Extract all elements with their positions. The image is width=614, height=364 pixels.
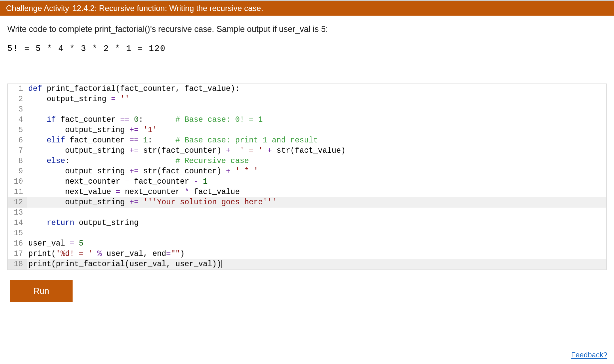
code-content[interactable]: output_string += '1': [27, 125, 606, 135]
code-line[interactable]: 16user_val = 5: [8, 239, 606, 249]
line-number: 3: [8, 104, 27, 115]
code-line[interactable]: 10 next_counter = fact_counter - 1: [8, 177, 606, 187]
line-number: 2: [8, 94, 27, 104]
code-content[interactable]: user_val = 5: [27, 239, 606, 249]
challenge-header: Challenge Activity 12.4.2: Recursive fun…: [0, 0, 614, 16]
line-number: 12: [8, 197, 27, 208]
code-content[interactable]: print('%d! = ' % user_val, end=""): [27, 249, 606, 259]
line-number: 14: [8, 218, 27, 228]
line-number: 17: [8, 249, 27, 259]
line-number: 5: [8, 125, 27, 135]
line-number: 16: [8, 239, 27, 249]
code-line[interactable]: 1def print_factorial(fact_counter, fact_…: [8, 84, 606, 94]
code-content[interactable]: [27, 208, 606, 218]
code-content[interactable]: return output_string: [27, 218, 606, 228]
code-content[interactable]: def print_factorial(fact_counter, fact_v…: [27, 84, 606, 94]
code-line[interactable]: 15: [8, 228, 606, 239]
line-number: 4: [8, 115, 27, 125]
code-editor[interactable]: 1def print_factorial(fact_counter, fact_…: [7, 84, 607, 270]
line-number: 6: [8, 135, 27, 146]
run-button[interactable]: Run: [10, 280, 73, 302]
challenge-number: 12.4.2:: [72, 4, 97, 13]
code-content[interactable]: if fact_counter == 0: # Base case: 0! = …: [27, 115, 606, 125]
code-content[interactable]: next_value = next_counter * fact_value: [27, 187, 606, 197]
code-line[interactable]: 13: [8, 208, 606, 218]
code-line[interactable]: 14 return output_string: [8, 218, 606, 228]
code-content[interactable]: next_counter = fact_counter - 1: [27, 177, 606, 187]
code-content[interactable]: output_string += '''Your solution goes h…: [27, 197, 606, 208]
challenge-badge: Challenge Activity: [6, 4, 69, 13]
code-line[interactable]: 4 if fact_counter == 0: # Base case: 0! …: [8, 115, 606, 125]
line-number: 1: [8, 84, 27, 94]
code-content[interactable]: print(print_factorial(user_val, user_val…: [27, 259, 606, 270]
code-content[interactable]: [27, 104, 606, 115]
code-content[interactable]: else: # Recursive case: [27, 156, 606, 166]
code-line[interactable]: 2 output_string = '': [8, 94, 606, 104]
line-number: 8: [8, 156, 27, 166]
line-number: 15: [8, 228, 27, 239]
line-number: 11: [8, 187, 27, 197]
code-line[interactable]: 8 else: # Recursive case: [8, 156, 606, 166]
code-content[interactable]: output_string += str(fact_counter) + ' *…: [27, 166, 606, 177]
code-line[interactable]: 9 output_string += str(fact_counter) + '…: [8, 166, 606, 177]
text-cursor: [221, 260, 222, 268]
challenge-title: Recursive function: Writing the recursiv…: [99, 4, 263, 13]
code-line[interactable]: 12 output_string += '''Your solution goe…: [8, 197, 606, 208]
code-content[interactable]: output_string = '': [27, 94, 606, 104]
code-line[interactable]: 11 next_value = next_counter * fact_valu…: [8, 187, 606, 197]
code-line[interactable]: 18print(print_factorial(user_val, user_v…: [8, 259, 606, 270]
code-line[interactable]: 7 output_string += str(fact_counter) + '…: [8, 146, 606, 156]
code-content[interactable]: elif fact_counter == 1: # Base case: pri…: [27, 135, 606, 146]
line-number: 13: [8, 208, 27, 218]
prompt-text: Write code to complete print_factorial()…: [7, 24, 607, 34]
code-line[interactable]: 17print('%d! = ' % user_val, end=""): [8, 249, 606, 259]
code-content[interactable]: [27, 228, 606, 239]
code-line[interactable]: 6 elif fact_counter == 1: # Base case: p…: [8, 135, 606, 146]
code-content[interactable]: output_string += str(fact_counter) + ' =…: [27, 146, 606, 156]
line-number: 7: [8, 146, 27, 156]
line-number: 10: [8, 177, 27, 187]
prompt-area: Write code to complete print_factorial()…: [0, 16, 614, 70]
sample-output: 5! = 5 * 4 * 3 * 2 * 1 = 120: [7, 44, 607, 54]
line-number: 9: [8, 166, 27, 177]
line-number: 18: [8, 259, 27, 270]
code-line[interactable]: 5 output_string += '1': [8, 125, 606, 135]
code-line[interactable]: 3: [8, 104, 606, 115]
